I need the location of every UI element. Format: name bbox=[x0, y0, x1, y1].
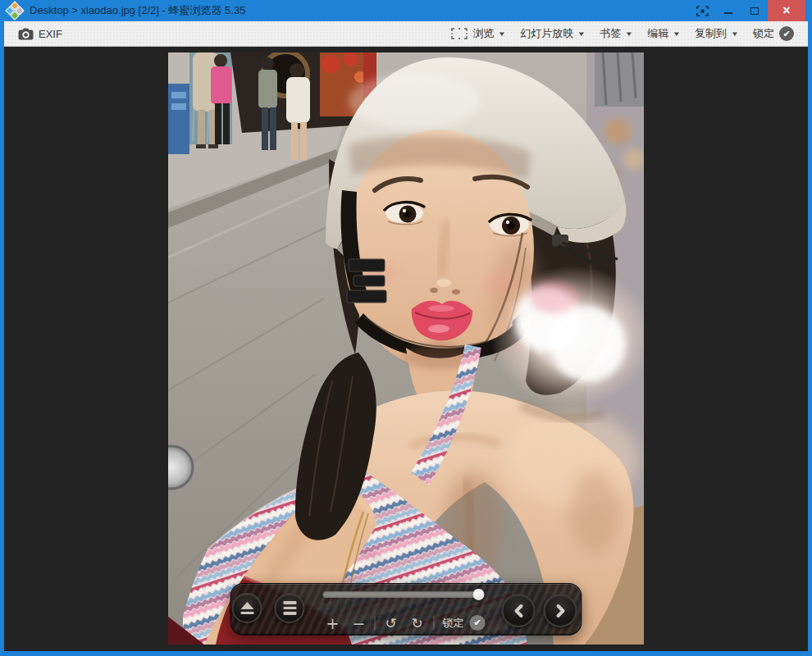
open-file-button[interactable] bbox=[232, 593, 262, 623]
next-image-button[interactable] bbox=[544, 594, 577, 627]
check-icon: ✔ bbox=[470, 615, 486, 631]
toolbar-lock-label: 锁定 bbox=[753, 26, 774, 41]
minimize-button[interactable] bbox=[715, 0, 741, 21]
zoom-slider[interactable] bbox=[323, 591, 484, 603]
rotate-cw-button[interactable]: ↻ bbox=[408, 614, 427, 632]
hamburger-menu-icon bbox=[283, 601, 296, 615]
previous-image-button[interactable] bbox=[502, 594, 536, 627]
photo-xiaodao[interactable] bbox=[168, 52, 644, 645]
bar-lock-toggle[interactable]: 锁定 ✔ bbox=[443, 615, 486, 631]
zoom-in-button[interactable]: + bbox=[323, 614, 343, 632]
exif-button[interactable]: EXIF bbox=[12, 25, 68, 43]
menu-slideshow-label: 幻灯片放映 bbox=[520, 26, 573, 41]
minimize-icon bbox=[724, 12, 732, 14]
maximize-button[interactable] bbox=[741, 0, 768, 21]
chevron-right-icon bbox=[554, 604, 567, 618]
menu-browse[interactable]: 浏览 ▼ bbox=[445, 24, 511, 43]
menu-bookmarks[interactable]: 书签 ▼ bbox=[594, 24, 638, 43]
bar-lock-label: 锁定 bbox=[443, 616, 464, 631]
menu-browse-label: 浏览 bbox=[472, 26, 494, 41]
close-icon: × bbox=[782, 4, 790, 17]
menu-edit-label: 编辑 bbox=[647, 26, 668, 41]
menu-copy-to[interactable]: 复制到 ▼ bbox=[689, 24, 744, 43]
window-frame: EXIF 浏览 ▼ 幻灯片放映 ▼ 书签 ▼ bbox=[0, 21, 812, 656]
window-controls: × bbox=[689, 0, 812, 21]
image-viewer-area: + − ↺ ↻ 锁定 ✔ bbox=[4, 47, 808, 651]
menu-bookmarks-label: 书签 bbox=[600, 26, 621, 41]
close-button[interactable]: × bbox=[768, 0, 805, 21]
caret-down-icon: ▼ bbox=[625, 30, 633, 38]
toolbar-lock-toggle[interactable]: 锁定 ✔ bbox=[747, 24, 800, 43]
app-window: Desktop > xiaodao.jpg [2/2] - 蜂蜜浏览器 5.35… bbox=[0, 0, 812, 656]
titlebar[interactable]: Desktop > xiaodao.jpg [2/2] - 蜂蜜浏览器 5.35… bbox=[0, 0, 812, 21]
menu-slideshow[interactable]: 幻灯片放映 ▼ bbox=[514, 24, 591, 43]
caret-down-icon: ▼ bbox=[673, 30, 681, 38]
divider bbox=[434, 616, 435, 630]
menu-copy-to-label: 复制到 bbox=[695, 26, 727, 41]
zoom-slider-thumb[interactable] bbox=[473, 589, 485, 600]
camera-icon bbox=[18, 28, 34, 40]
rotate-ccw-button[interactable]: ↺ bbox=[381, 614, 401, 632]
photo-image bbox=[168, 52, 644, 645]
check-icon: ✔ bbox=[779, 26, 794, 41]
floating-control-bar: + − ↺ ↻ 锁定 ✔ bbox=[230, 583, 582, 636]
menu-edit[interactable]: 编辑 ▼ bbox=[641, 24, 686, 43]
viewport-icon bbox=[451, 28, 468, 39]
main-menu-button[interactable] bbox=[275, 593, 305, 623]
zoom-slider-track[interactable] bbox=[323, 591, 484, 598]
app-logo-icon bbox=[7, 2, 23, 19]
zoom-out-button[interactable]: − bbox=[349, 614, 369, 632]
eject-icon bbox=[240, 602, 253, 609]
fullscreen-icon bbox=[696, 6, 709, 16]
divider bbox=[375, 616, 376, 630]
fullscreen-button[interactable] bbox=[689, 0, 715, 21]
window-title: Desktop > xiaodao.jpg [2/2] - 蜂蜜浏览器 5.35 bbox=[30, 3, 682, 18]
maximize-icon bbox=[750, 7, 759, 15]
exif-label: EXIF bbox=[39, 28, 62, 40]
chevron-left-icon bbox=[512, 604, 525, 618]
caret-down-icon: ▼ bbox=[577, 30, 586, 38]
toolbar: EXIF 浏览 ▼ 幻灯片放映 ▼ 书签 ▼ bbox=[4, 21, 808, 47]
caret-down-icon: ▼ bbox=[731, 30, 739, 38]
caret-down-icon: ▼ bbox=[498, 30, 506, 38]
